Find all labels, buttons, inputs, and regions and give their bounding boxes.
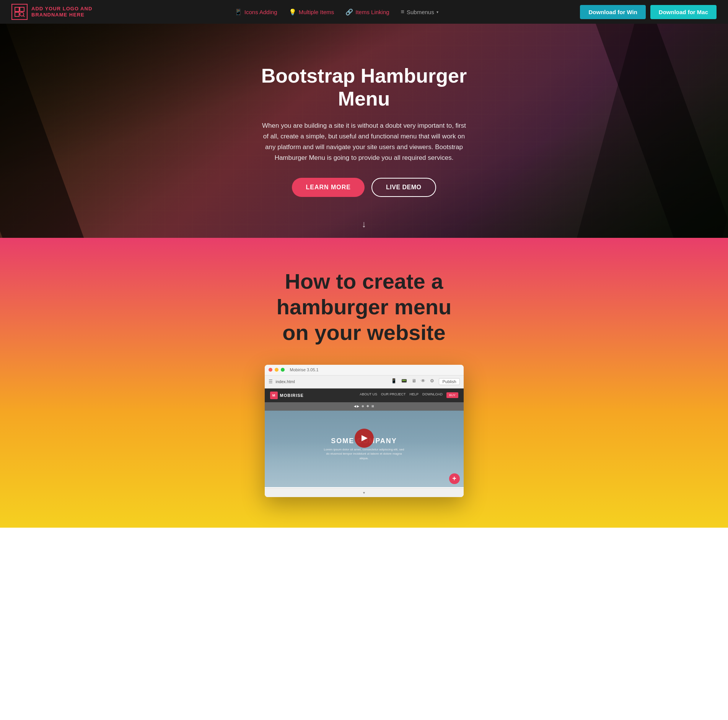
site-hero: SOME COMPANY Lorem ipsum dolor sit amet,… [265,411,464,487]
download-mac-button[interactable]: Download for Mac [650,5,717,19]
navbar: ADD YOUR LOGO AND BRANDNAME HERE 📱 Icons… [0,0,728,24]
nav-label-multiple-items: Multiple Items [299,9,334,15]
link-icon: 🔗 [345,8,353,16]
settings-icon[interactable]: ⚙ [430,378,434,385]
nav-label-icons-adding: Icons Adding [244,9,277,15]
menu-lines-icon: ≡ [401,8,404,15]
desktop-icon[interactable]: 🖥 [412,378,416,385]
site-navbar: M MOBIRISE ABOUT US OUR PROJECT HELP DOW… [265,388,464,402]
site-nav-links: ABOUT US OUR PROJECT HELP DOWNLOAD BUY [360,392,458,398]
titlebar-close-dot[interactable] [269,368,272,372]
edit-bar-add: ⊕ [362,405,364,408]
how-to-section: How to create a hamburger menu on your w… [0,238,728,528]
hero-content: Bootstrap Hamburger Menu When you are bu… [261,65,467,197]
hero-title: Bootstrap Hamburger Menu [261,65,467,111]
main-nav: 📱 Icons Adding 💡 Multiple Items 🔗 Items … [235,8,438,16]
svg-rect-2 [15,12,19,16]
svg-line-4 [23,16,24,17]
phone-icon: 📱 [235,8,242,16]
titlebar-maximize-dot[interactable] [281,368,285,372]
navbar-actions: Download for Win Download for Mac [580,5,717,19]
publish-button[interactable]: Publish [439,378,459,385]
edit-bar-more: ⊞ [371,405,374,408]
edit-bar-arrows: ◀ ▶ [354,405,359,408]
site-nav-about: ABOUT US [360,392,377,398]
nav-label-items-linking: Items Linking [355,9,389,15]
mobile-icon[interactable]: 📱 [391,378,397,385]
site-hero-text: Lorem ipsum dolor sit amet, consectetur … [322,447,406,460]
app-toolbar: ☰ index.html 📱 📟 🖥 👁 ⚙ Publish [265,375,464,388]
brand-text: ADD YOUR LOGO AND BRANDNAME HERE [31,6,93,18]
svg-point-3 [20,12,24,16]
chevron-down-icon: ▾ [436,10,438,14]
play-button[interactable] [355,429,374,448]
app-title: Mobirise 3.05.1 [290,367,319,372]
site-nav-help: HELP [410,392,419,398]
site-nav-logo: M MOBIRISE [270,392,304,399]
site-nav-buy: BUY [446,392,458,398]
learn-more-button[interactable]: LEARN MORE [292,178,365,197]
live-demo-button[interactable]: LIVE DEMO [371,178,436,197]
svg-rect-0 [15,7,19,11]
hamburger-icon: ☰ [269,379,273,384]
hero-section: Bootstrap Hamburger Menu When you are bu… [0,24,728,238]
app-bottom-bar: ▾ [265,488,464,497]
file-name: index.html [276,379,295,384]
how-to-title: How to create a hamburger menu on your w… [272,268,456,346]
site-edit-bar: ◀ ▶ ⊕ ✥ ⊞ [265,402,464,411]
hero-description: When you are building a site it is witho… [261,120,467,163]
svg-rect-1 [20,7,24,11]
logo-icon [14,7,25,17]
site-nav-project: OUR PROJECT [381,392,406,398]
app-content: M MOBIRISE ABOUT US OUR PROJECT HELP DOW… [265,388,464,488]
brand-logo [11,4,28,20]
titlebar-minimize-dot[interactable] [275,368,278,372]
site-brand-name: MOBIRISE [280,393,304,398]
scroll-down-arrow[interactable]: ↓ [362,219,366,229]
nav-item-icons-adding[interactable]: 📱 Icons Adding [235,8,277,16]
scroll-indicator: ▾ [363,491,365,495]
nav-item-submenus[interactable]: ≡ Submenus ▾ [401,8,438,15]
nav-label-submenus: Submenus [407,9,434,15]
nav-item-items-linking[interactable]: 🔗 Items Linking [345,8,389,16]
tablet-icon[interactable]: 📟 [401,378,407,385]
add-block-button[interactable]: + [449,473,460,484]
eye-icon[interactable]: 👁 [421,378,425,385]
app-titlebar: Mobirise 3.05.1 [265,365,464,375]
site-logo-box: M [270,392,278,399]
app-mockup: Mobirise 3.05.1 ☰ index.html 📱 📟 🖥 👁 ⚙ P… [265,365,464,497]
download-win-button[interactable]: Download for Win [580,5,645,19]
edit-bar-move: ✥ [366,405,369,408]
brand: ADD YOUR LOGO AND BRANDNAME HERE [11,4,93,20]
nav-item-multiple-items[interactable]: 💡 Multiple Items [289,8,334,16]
hero-buttons: LEARN MORE LIVE DEMO [261,178,467,197]
site-nav-download: DOWNLOAD [422,392,443,398]
video-container: Mobirise 3.05.1 ☰ index.html 📱 📟 🖥 👁 ⚙ P… [265,365,464,497]
toolbar-icons: 📱 📟 🖥 👁 ⚙ Publish [391,378,459,385]
bulb-icon: 💡 [289,8,296,16]
